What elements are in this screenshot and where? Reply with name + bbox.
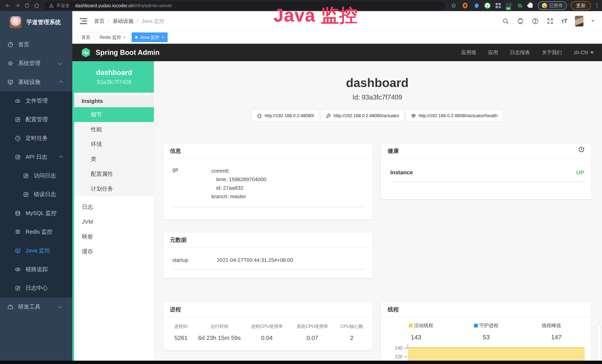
sba-item-caches[interactable]: 缓存 (74, 244, 154, 259)
sba-item-config-props[interactable]: 配置属性 (74, 167, 154, 181)
help-icon[interactable] (532, 18, 539, 25)
sidebar-item-log-center[interactable]: 日志中心 (0, 279, 72, 298)
address-bar[interactable]: 不安全 dashboard.yudao.iocoder.cn/infra/adm… (44, 1, 445, 10)
fullscreen-icon[interactable] (547, 18, 554, 25)
back-icon[interactable] (3, 1, 13, 10)
user-avatar[interactable] (575, 16, 583, 27)
sidebar-item-tracing[interactable]: 链路追踪 (0, 260, 72, 279)
col-uptime: 运行时间 (195, 323, 244, 329)
forward-icon[interactable] (13, 1, 22, 10)
home-icon[interactable] (32, 1, 42, 10)
not-secure-warning-icon (49, 3, 54, 8)
breadcrumb-home[interactable]: 首页 (94, 18, 105, 25)
actuator-url-button[interactable]: http://192.168.0.2:48080/actuator (321, 110, 404, 122)
sba-item-mappings[interactable]: 映射 (74, 229, 154, 244)
sidebar-item-access-logs[interactable]: 访问日志 (0, 166, 72, 185)
breadcrumb-separator: / (108, 18, 109, 24)
sidebar-item-infrastructure[interactable]: 基础设施 (0, 73, 72, 91)
sba-item-environment[interactable]: 环境 (74, 137, 154, 152)
git-key: git (172, 167, 211, 201)
reload-icon[interactable] (22, 1, 32, 10)
gear-icon (7, 60, 13, 66)
sidebar-item-label: 系统管理 (18, 60, 40, 67)
sidebar-item-config-management[interactable]: 配置管理 (0, 110, 72, 129)
sba-brand-title[interactable]: Spring Boot Admin (96, 49, 160, 57)
url-text[interactable]: dashboard.yudao.iocoder.cn/infra/admin-s… (75, 3, 172, 8)
dashboard-icon (7, 42, 13, 48)
sidebar-item-error-logs[interactable]: 错误日志 (0, 185, 72, 204)
extension-y-icon[interactable]: y (484, 2, 491, 9)
sidebar-item-home[interactable]: 首页 (0, 35, 72, 54)
health-card: 健康 Instance UP (381, 144, 591, 199)
sba-locale-select[interactable]: zh-CN (574, 50, 594, 55)
metadata-card-header: 元数据 (163, 233, 373, 247)
sba-nav-links: 应用墙 应用 日志报表 关于我们 zh-CN (461, 49, 594, 56)
sba-item-classes[interactable]: 类 (74, 152, 154, 167)
extension-colorpicker-icon[interactable]: 1 (462, 2, 469, 9)
peak-threads-value: 147 (521, 334, 591, 341)
sidebar-item-mysql-monitor[interactable]: MySQL 监控 (0, 204, 72, 223)
security-label[interactable]: 不安全 (56, 3, 70, 9)
close-icon[interactable]: × (161, 35, 164, 40)
sidebar-item-label: 研发工具 (18, 303, 40, 310)
sba-item-details[interactable]: 细节 (74, 107, 154, 122)
sba-nav-journal[interactable]: 日志报表 (510, 49, 530, 56)
extensions-puzzle-icon[interactable] (527, 2, 534, 9)
card-title: 元数据 (170, 233, 186, 247)
update-chrome-button[interactable]: 更新 (571, 1, 591, 10)
sidebar-item-system-management[interactable]: 系统管理 (0, 54, 72, 73)
sba-item-metrics[interactable]: 性能 (74, 122, 154, 137)
extension-grid-icon[interactable] (495, 2, 502, 9)
sba-nav-wall[interactable]: 应用墙 (461, 49, 476, 56)
sba-nav-about[interactable]: 关于我们 (542, 49, 562, 56)
collapse-sidebar-icon[interactable] (80, 18, 87, 24)
sba-main: dashboard Id: 93a3fc7f7409 http://192.16… (154, 61, 602, 361)
github-icon[interactable] (517, 18, 524, 25)
sba-item-jvm[interactable]: JVM (74, 214, 154, 229)
threads-card: 线程 活动线程 守护进程 线程峰值 143 53 147 140 120 100 (381, 302, 591, 364)
card-title: 健康 (388, 143, 399, 158)
sidebar-item-file-management[interactable]: 文件管理 (0, 91, 72, 110)
sidebar-item-label: Redis 监控 (26, 228, 53, 236)
sidebar-item-dev-tools[interactable]: 研发工具 (0, 298, 72, 316)
edit-icon (15, 117, 21, 123)
briefcase-icon (7, 304, 13, 310)
breadcrumb-infrastructure[interactable]: 基础设施 (113, 18, 133, 25)
tab-home[interactable]: 首页 (78, 32, 94, 42)
extension-switch-icon[interactable]: on (505, 2, 512, 9)
sidebar-item-label: 链路追踪 (26, 266, 48, 273)
service-url-button[interactable]: http://192.168.0.2:48080/ (252, 110, 319, 122)
sidebar-item-api-logs[interactable]: API 日志 (0, 148, 72, 166)
sba-item-scheduled[interactable]: 计划任务 (74, 181, 154, 196)
tab-java-monitor[interactable]: Java 监控× (132, 32, 168, 42)
app-logo-row[interactable]: 芋道管理系统 (0, 11, 72, 33)
user-menu-caret-icon[interactable] (591, 20, 595, 22)
sidebar-item-redis-monitor[interactable]: Redis 监控 (0, 223, 72, 241)
font-size-icon[interactable]: тT (561, 18, 567, 24)
emoji-face-icon (542, 3, 547, 8)
paused-profile-chip[interactable]: 已暂停 (538, 1, 567, 10)
infrastructure-submenu: 文件管理 配置管理 定时任务 API 日志 访问日志 (0, 91, 72, 298)
sidebar-item-java-monitor[interactable]: Java 监控 (0, 241, 72, 260)
breadcrumb: 首页 / 基础设施 / Java 监控 (94, 18, 164, 25)
edit-icon (15, 285, 21, 291)
sidebar-item-scheduled-tasks[interactable]: 定时任务 (0, 129, 72, 148)
instance-title-block: dashboard Id: 93a3fc7f7409 (163, 76, 591, 101)
health-url-button[interactable]: http://192.168.0.2:48080/actuator/health (406, 110, 503, 122)
tab-redis-monitor[interactable]: Redis 监控× (96, 32, 129, 42)
bookmark-star-icon[interactable] (449, 1, 459, 10)
page-scrollbar-thumb[interactable] (597, 324, 601, 361)
sba-instance-header[interactable]: dashboard 93a3fc7f7409 (74, 61, 154, 93)
history-icon[interactable] (578, 143, 585, 158)
extension-magnifier-icon[interactable] (516, 2, 523, 9)
search-icon[interactable] (502, 18, 509, 25)
close-icon[interactable]: × (123, 35, 126, 40)
browser-menu-icon[interactable] (595, 3, 599, 8)
col-pid: 进程ID (167, 323, 195, 329)
extension-pin-icon[interactable] (473, 2, 480, 9)
sba-group-insights[interactable]: Insights (74, 95, 154, 107)
update-label: 更新 (576, 2, 586, 9)
sba-nav-applications[interactable]: 应用 (488, 49, 498, 56)
sba-item-logs[interactable]: 日志 (74, 200, 154, 214)
omnibox-divider (72, 3, 73, 8)
